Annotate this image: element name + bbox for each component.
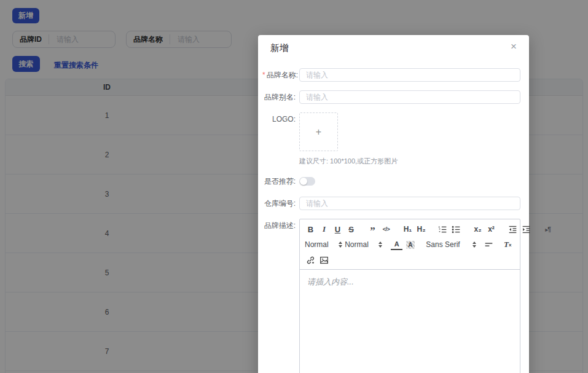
modal-body: *品牌名称: 品牌别名: LOGO: + 建议尺寸: 100*100 bbox=[258, 60, 529, 373]
picker-caret-icon bbox=[472, 241, 476, 248]
recommend-row: 是否推荐: bbox=[262, 175, 520, 188]
description-label: 品牌描述: bbox=[262, 219, 296, 232]
rich-text-editor: B I U S ” </> H₁ bbox=[299, 219, 520, 373]
heading2-button[interactable]: H₂ bbox=[415, 224, 427, 235]
strikethrough-button[interactable]: S bbox=[345, 224, 357, 235]
brand-name-row: *品牌名称: bbox=[262, 68, 520, 82]
logo-label: LOGO: bbox=[262, 112, 296, 126]
modal-title: 新增 bbox=[270, 42, 289, 53]
link-icon[interactable] bbox=[305, 254, 316, 265]
clear-format-button[interactable]: Tx bbox=[502, 239, 513, 250]
description-row: 品牌描述: B I U S bbox=[262, 219, 520, 373]
required-mark: * bbox=[262, 71, 265, 79]
picker-caret-icon bbox=[378, 241, 382, 248]
text-direction-button[interactable]: ▸¶ bbox=[542, 224, 554, 235]
brand-alias-row: 品牌别名: bbox=[262, 90, 520, 104]
superscript-button[interactable]: x² bbox=[485, 224, 497, 235]
modal-header: 新增 × bbox=[258, 35, 529, 60]
logo-row: LOGO: + 建议尺寸: 100*100,或正方形图片 bbox=[262, 112, 520, 166]
blockquote-button[interactable]: ” bbox=[367, 224, 378, 235]
bullet-list-icon[interactable] bbox=[450, 224, 462, 235]
header-picker[interactable]: Normal bbox=[345, 239, 382, 250]
font-picker[interactable]: Sans Serif bbox=[426, 239, 476, 250]
brand-alias-label: 品牌别名: bbox=[262, 90, 296, 104]
outdent-icon[interactable] bbox=[507, 224, 519, 235]
subscript-button[interactable]: x₂ bbox=[472, 224, 484, 235]
underline-button[interactable]: U bbox=[332, 224, 343, 235]
image-icon[interactable] bbox=[318, 254, 330, 265]
size-picker[interactable]: Normal bbox=[305, 239, 342, 250]
code-block-button[interactable]: </> bbox=[380, 224, 392, 235]
italic-button[interactable]: I bbox=[318, 224, 330, 235]
align-icon[interactable] bbox=[484, 239, 495, 250]
close-icon[interactable]: × bbox=[507, 40, 520, 53]
editor-toolbar: B I U S ” </> H₁ bbox=[300, 219, 520, 270]
page: 新增 品牌ID 请输入 品牌名称 请输入 搜索 重置搜索条件 ID 1 2 3 … bbox=[0, 0, 588, 373]
bold-button[interactable]: B bbox=[305, 224, 316, 235]
plus-icon: + bbox=[316, 127, 321, 138]
picker-caret-icon bbox=[339, 241, 342, 248]
background-color-button[interactable]: A bbox=[404, 239, 416, 250]
indent-icon[interactable] bbox=[520, 224, 532, 235]
editor-placeholder: 请插入内容... bbox=[307, 277, 354, 286]
warehouse-input[interactable] bbox=[299, 197, 520, 210]
recommend-label: 是否推荐: bbox=[262, 175, 296, 188]
ordered-list-icon[interactable] bbox=[437, 224, 449, 235]
brand-alias-input[interactable] bbox=[299, 90, 520, 104]
editor-content[interactable]: 请插入内容... bbox=[300, 270, 520, 373]
brand-name-label: *品牌名称: bbox=[262, 68, 296, 82]
logo-upload-button[interactable]: + bbox=[299, 112, 338, 151]
logo-size-hint: 建议尺寸: 100*100,或正方形图片 bbox=[299, 157, 520, 166]
text-color-button[interactable]: A bbox=[391, 239, 402, 250]
add-brand-modal: 新增 × *品牌名称: 品牌别名: LOGO: bbox=[258, 35, 529, 373]
brand-name-input[interactable] bbox=[299, 68, 520, 82]
recommend-toggle[interactable] bbox=[299, 177, 315, 186]
heading1-button[interactable]: H₁ bbox=[402, 224, 414, 235]
warehouse-row: 仓库编号: bbox=[262, 197, 520, 210]
warehouse-label: 仓库编号: bbox=[262, 197, 296, 210]
